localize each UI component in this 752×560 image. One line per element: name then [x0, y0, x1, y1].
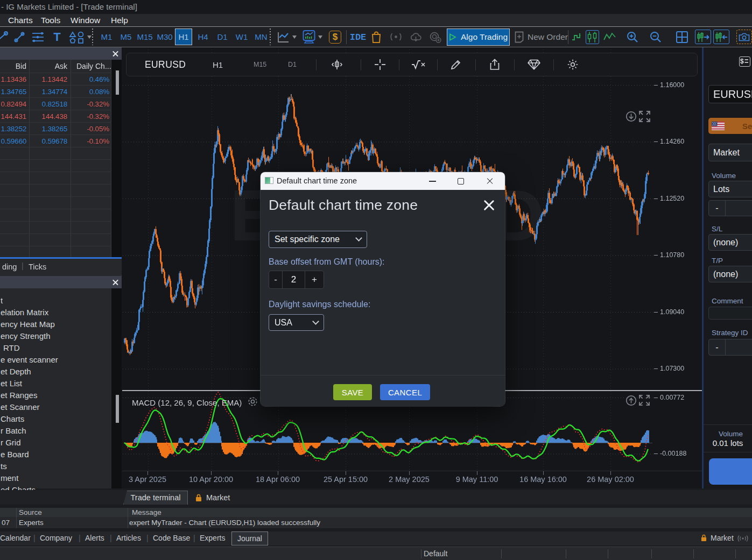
tab-experts[interactable]: Experts [200, 531, 225, 545]
navigator-item[interactable]: e event scanner [1, 354, 58, 366]
tab-trade-terminal[interactable]: Trade terminal [123, 491, 188, 505]
tab-ticks[interactable]: Ticks [29, 263, 46, 271]
ask-value[interactable]: 1.38265 [30, 123, 67, 135]
market-bag-icon[interactable] [371, 30, 382, 44]
timeframe-mn[interactable]: MN [252, 27, 270, 47]
bid-value[interactable]: 0.59660 [0, 135, 26, 147]
dialog-minimize-button[interactable] [421, 172, 443, 190]
buy-button[interactable] [709, 458, 752, 485]
chart-timeframe-m15[interactable]: M15 [254, 53, 266, 76]
navigator-item[interactable]: elation Matrix [1, 307, 48, 318]
tp-field[interactable]: (none) [708, 266, 752, 282]
navigator-item[interactable]: RTD [3, 342, 20, 354]
quote-list-icon[interactable]: $ [739, 56, 750, 67]
timeframe-d1[interactable]: D1 [214, 27, 230, 47]
volume-minus-button[interactable]: - [709, 201, 726, 216]
crosshair-icon[interactable] [374, 53, 386, 76]
ask-value[interactable]: 1.13442 [30, 73, 67, 86]
navigator-item[interactable]: ts [1, 460, 7, 472]
menu-tools[interactable]: Tools [41, 14, 60, 26]
zigzag-chart-icon[interactable] [603, 32, 616, 42]
navigator-item[interactable]: ment [1, 472, 18, 484]
navigator-item[interactable]: et Depth [1, 366, 31, 378]
fibonacci-icon[interactable] [31, 31, 45, 44]
zoom-in-icon[interactable] [626, 31, 639, 44]
economic-calendar-icon[interactable]: $ [329, 31, 341, 44]
dialog-titlebar[interactable]: Default chart time zone [261, 172, 505, 190]
comment-input[interactable] [708, 307, 752, 320]
new-order-button[interactable]: New Order [528, 27, 568, 47]
chart-shift-icon[interactable] [695, 30, 711, 44]
bid-value[interactable]: 1.13436 [0, 73, 26, 86]
volume-unit-select[interactable]: Lots [708, 181, 752, 197]
tile-windows-icon[interactable] [676, 31, 688, 44]
offset-value[interactable]: 2 [283, 271, 305, 288]
navigator-item[interactable]: t [1, 295, 3, 307]
macd-expand-icon[interactable] [638, 394, 650, 406]
change-value[interactable]: 0.46% [72, 73, 109, 86]
navigator-item[interactable]: et Ranges [1, 389, 37, 401]
chart-timeframe-d1[interactable]: D1 [288, 53, 297, 76]
navigator-item[interactable]: r Grid [1, 437, 21, 449]
bid-value[interactable]: 1.38252 [0, 123, 26, 135]
close-navigator-icon[interactable] [113, 279, 118, 285]
column-header-bid[interactable]: Bid [0, 60, 26, 73]
trade-symbol-field[interactable]: EURUSD [708, 85, 752, 103]
chart-type-dropdown-caret[interactable] [292, 35, 297, 39]
journal-column-message[interactable]: Message [132, 508, 161, 517]
signals-icon[interactable] [390, 32, 402, 41]
dialog-maximize-button[interactable] [449, 172, 471, 190]
bid-value[interactable]: 144.431 [0, 110, 26, 123]
expand-pane-icon[interactable] [638, 110, 651, 123]
cancel-button[interactable]: CANCEL [380, 384, 430, 400]
vps-icon[interactable] [429, 31, 441, 43]
tick-chart-icon[interactable]: 1 [571, 31, 582, 42]
menu-charts[interactable]: Charts [8, 14, 33, 26]
save-button[interactable]: SAVE [333, 384, 372, 400]
navigator-item[interactable]: r Batch [1, 425, 26, 437]
sl-field[interactable]: (none) [708, 234, 752, 251]
cloud-icon[interactable] [410, 32, 422, 42]
column-header-daily-change[interactable]: Daily Ch... [76, 60, 111, 73]
auto-scroll-icon[interactable] [713, 30, 729, 44]
market-watch-scrollbar[interactable] [116, 70, 119, 95]
formula-icon[interactable] [411, 53, 426, 76]
premium-diamond-icon[interactable] [528, 53, 540, 76]
timeframe-m1[interactable]: M1 [99, 27, 115, 47]
tab-alerts[interactable]: Alerts [85, 531, 104, 545]
timeframe-h4[interactable]: H4 [195, 27, 211, 47]
status-profile[interactable]: Default [424, 547, 447, 560]
timeframe-m15[interactable]: M15 [135, 27, 154, 47]
scroll-to-end-icon[interactable] [626, 111, 637, 122]
journal-column-source[interactable]: Source [19, 508, 42, 517]
navigator-item[interactable]: et Scanner [1, 401, 40, 413]
column-header-ask[interactable]: Ask [30, 60, 67, 73]
macd-scroll-up-icon[interactable] [626, 395, 637, 406]
dst-select[interactable]: USA [269, 314, 324, 331]
menu-window[interactable]: Window [71, 14, 100, 26]
volume-stepper[interactable]: - [708, 200, 752, 216]
tab-trading-partial[interactable]: ding [2, 263, 17, 271]
tab-journal-active[interactable]: Journal [231, 531, 268, 545]
offset-increase-button[interactable]: + [305, 271, 324, 288]
chart-symbol-label[interactable]: EURUSD [145, 53, 186, 76]
timeframe-m30[interactable]: M30 [155, 27, 174, 47]
dialog-close-x-icon[interactable] [482, 199, 496, 212]
tab-code-base[interactable]: Code Base [153, 531, 190, 545]
tab-market-bottom[interactable]: Market [711, 531, 734, 545]
offset-decrease-button[interactable]: - [269, 271, 283, 288]
timeframe-h1-active[interactable]: H1 [175, 29, 192, 45]
strategy-id-stepper[interactable]: - [708, 339, 752, 356]
journal-log-row[interactable]: 07 Experts expert MyTrader - Chart (EURU… [0, 517, 752, 528]
shapes-dropdown-caret[interactable] [87, 35, 92, 39]
close-market-watch-icon[interactable] [113, 51, 118, 56]
tab-articles[interactable]: Articles [116, 531, 141, 545]
candles-chart-icon[interactable] [586, 30, 599, 44]
macd-indicator-label[interactable]: MACD (12, 26, 9, Close, EMA) [132, 398, 242, 407]
navigator-item[interactable]: ency Heat Map [1, 318, 55, 330]
chart-settings-gear-icon[interactable] [567, 53, 579, 76]
menu-help[interactable]: Help [111, 14, 128, 26]
draw-pencil-icon[interactable] [450, 53, 461, 76]
timeframe-m5[interactable]: M5 [118, 27, 134, 47]
line-chart-type-icon[interactable] [277, 31, 290, 44]
